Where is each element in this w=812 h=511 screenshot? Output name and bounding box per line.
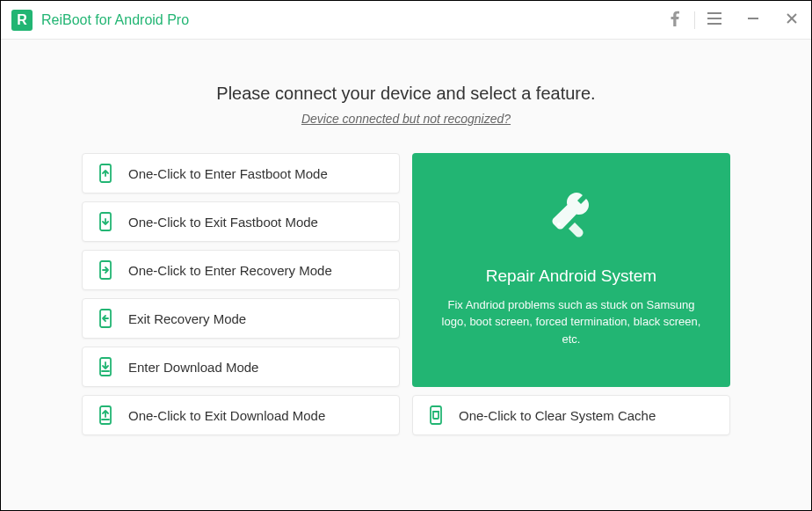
svg-point-12 bbox=[557, 223, 561, 226]
enter-download-button[interactable]: Enter Download Mode bbox=[82, 347, 400, 387]
close-icon bbox=[786, 12, 798, 28]
feature-grid: One-Click to Enter Fastboot Mode One-Cli… bbox=[82, 153, 730, 435]
phone-down-icon bbox=[97, 213, 114, 230]
upload-icon bbox=[97, 406, 114, 424]
option-label: One-Click to Enter Recovery Mode bbox=[128, 263, 332, 278]
app-title: ReiBoot for Android Pro bbox=[41, 12, 189, 28]
enter-recovery-button[interactable]: One-Click to Enter Recovery Mode bbox=[82, 250, 400, 290]
enter-fastboot-button[interactable]: One-Click to Enter Fastboot Mode bbox=[82, 153, 400, 193]
heading-area: Please connect your device and select a … bbox=[82, 84, 730, 127]
titlebar-right bbox=[656, 1, 811, 39]
facebook-icon bbox=[671, 11, 679, 30]
exit-fastboot-button[interactable]: One-Click to Exit Fastboot Mode bbox=[82, 201, 400, 242]
phone-arrow-out-icon bbox=[97, 310, 114, 327]
app-logo: R bbox=[11, 10, 33, 31]
option-label: One-Click to Clear System Cache bbox=[459, 408, 656, 423]
big-card-title: Repair Android System bbox=[486, 266, 656, 286]
page-title: Please connect your device and select a … bbox=[82, 84, 730, 104]
tools-icon bbox=[547, 193, 596, 245]
right-column: Repair Android System Fix Andriod proble… bbox=[412, 153, 730, 435]
option-label: One-Click to Exit Fastboot Mode bbox=[128, 215, 318, 230]
option-label: One-Click to Exit Download Mode bbox=[128, 408, 325, 423]
big-card-desc: Fix Andriod problems such as stuck on Sa… bbox=[437, 296, 706, 348]
minimize-icon bbox=[747, 12, 759, 28]
option-label: Enter Download Mode bbox=[128, 360, 258, 375]
clear-cache-button[interactable]: One-Click to Clear System Cache bbox=[412, 395, 730, 435]
svg-rect-14 bbox=[433, 412, 439, 419]
trash-icon bbox=[427, 406, 445, 424]
exit-recovery-button[interactable]: Exit Recovery Mode bbox=[82, 298, 400, 339]
download-icon bbox=[97, 358, 114, 376]
menu-icon bbox=[707, 12, 721, 28]
option-label: Exit Recovery Mode bbox=[128, 311, 246, 326]
close-button[interactable] bbox=[772, 1, 811, 40]
menu-button[interactable] bbox=[695, 1, 734, 40]
not-recognized-link[interactable]: Device connected but not recognized? bbox=[301, 112, 511, 126]
titlebar: R ReiBoot for Android Pro bbox=[1, 1, 811, 40]
titlebar-left: R ReiBoot for Android Pro bbox=[11, 10, 189, 31]
left-column: One-Click to Enter Fastboot Mode One-Cli… bbox=[82, 153, 400, 435]
main-content: Please connect your device and select a … bbox=[1, 40, 811, 510]
exit-download-button[interactable]: One-Click to Exit Download Mode bbox=[82, 395, 400, 435]
phone-arrow-in-icon bbox=[97, 261, 114, 279]
svg-rect-13 bbox=[431, 406, 441, 424]
facebook-button[interactable] bbox=[656, 1, 694, 40]
option-label: One-Click to Enter Fastboot Mode bbox=[128, 166, 328, 181]
minimize-button[interactable] bbox=[734, 1, 772, 40]
phone-up-icon bbox=[97, 164, 114, 182]
repair-system-card[interactable]: Repair Android System Fix Andriod proble… bbox=[412, 153, 730, 387]
